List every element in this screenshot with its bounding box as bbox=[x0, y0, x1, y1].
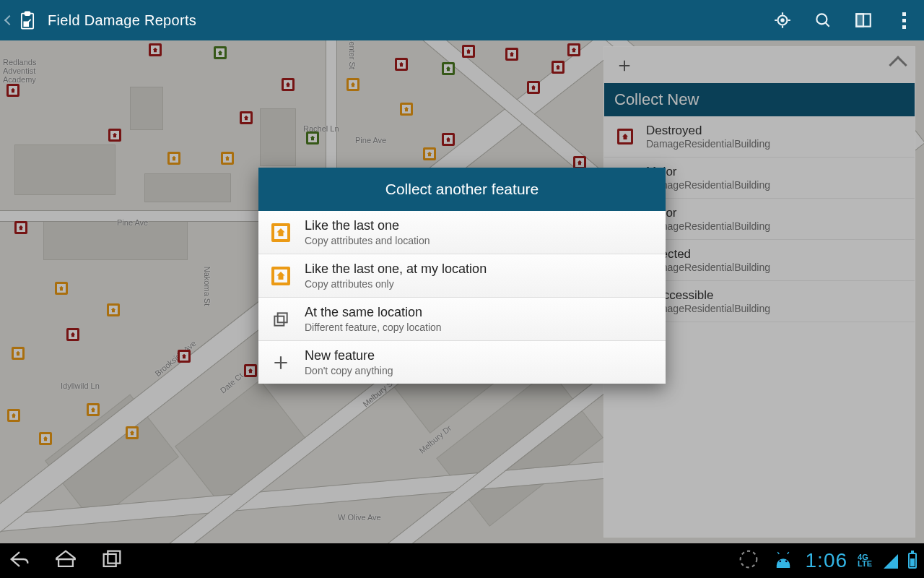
svg-point-13 bbox=[785, 560, 787, 562]
plus-icon bbox=[271, 353, 290, 372]
location-copy-icon bbox=[271, 310, 290, 329]
android-status-icon bbox=[771, 547, 796, 574]
svg-point-12 bbox=[779, 560, 781, 562]
dialog-option-sub: Copy attributes and location bbox=[305, 235, 430, 246]
battery-icon bbox=[908, 553, 917, 569]
chevron-left-icon bbox=[4, 15, 14, 25]
dialog-option-title: Like the last one bbox=[305, 218, 430, 233]
dialog-option-title: At the same location bbox=[305, 305, 442, 320]
damage-symbol-icon bbox=[617, 129, 633, 144]
search-button[interactable] bbox=[803, 0, 843, 40]
collect-template-item[interactable]: DestroyedDamageResidentialBuilding bbox=[604, 116, 915, 158]
layers-button[interactable] bbox=[843, 0, 884, 40]
svg-rect-10 bbox=[108, 551, 120, 564]
svg-point-3 bbox=[781, 19, 783, 21]
collect-panel-header[interactable]: ＋ bbox=[604, 47, 915, 83]
locate-button[interactable] bbox=[762, 0, 803, 40]
svg-rect-6 bbox=[856, 14, 863, 26]
dialog-option[interactable]: At the same locationDifferent feature, c… bbox=[258, 298, 666, 341]
nav-home-button[interactable] bbox=[53, 547, 78, 574]
dialog-option-title: New feature bbox=[305, 348, 393, 363]
plus-icon: ＋ bbox=[614, 51, 635, 79]
svg-point-11 bbox=[740, 551, 757, 568]
dialog-option[interactable]: New featureDon't copy anything bbox=[258, 341, 666, 384]
dialog-option[interactable]: Like the last one, at my locationCopy at… bbox=[258, 254, 666, 298]
app-icon bbox=[17, 10, 38, 30]
template-label: Destroyed bbox=[646, 124, 770, 138]
damage-symbol-icon bbox=[271, 223, 290, 242]
template-layer: DamageResidentialBuilding bbox=[646, 138, 770, 150]
status-network: 4GLTE bbox=[858, 554, 872, 567]
overflow-icon bbox=[902, 12, 906, 29]
nav-recent-button[interactable] bbox=[100, 547, 124, 574]
app-title: Field Damage Reports bbox=[48, 12, 196, 29]
damage-symbol-icon bbox=[271, 267, 290, 285]
dialog-title: Collect another feature bbox=[258, 168, 666, 211]
svg-rect-7 bbox=[274, 316, 284, 325]
action-bar: Field Damage Reports bbox=[0, 0, 924, 40]
nav-back-button[interactable] bbox=[7, 547, 32, 574]
svg-rect-9 bbox=[104, 554, 116, 566]
signal-icon bbox=[882, 553, 898, 569]
dialog-option[interactable]: Like the last oneCopy attributes and loc… bbox=[258, 211, 666, 254]
dialog-option-title: Like the last one, at my location bbox=[305, 262, 487, 277]
svg-rect-8 bbox=[278, 313, 287, 322]
chevron-up-icon bbox=[889, 56, 907, 74]
collect-panel-title: Collect New bbox=[604, 83, 915, 116]
overflow-button[interactable] bbox=[884, 0, 924, 40]
svg-rect-1 bbox=[25, 12, 30, 15]
dialog-option-sub: Copy attributes only bbox=[305, 278, 487, 290]
collect-another-dialog: Collect another feature Like the last on… bbox=[258, 168, 666, 384]
dialog-option-sub: Different feature, copy location bbox=[305, 322, 442, 333]
status-time: 1:06 bbox=[806, 549, 848, 572]
svg-point-4 bbox=[816, 14, 827, 24]
back-button[interactable]: Field Damage Reports bbox=[6, 0, 196, 40]
dialog-option-sub: Don't copy anything bbox=[305, 365, 393, 376]
android-nav-bar: 1:06 4GLTE bbox=[0, 543, 924, 578]
settings-status-icon bbox=[736, 547, 761, 574]
